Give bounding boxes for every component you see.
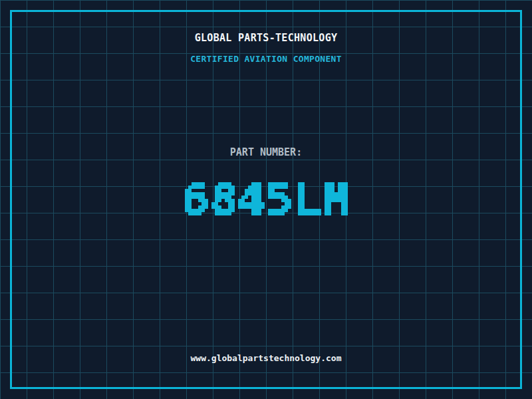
part-number-canvas — [185, 182, 348, 215]
part-number-label: PART NUMBER: — [0, 146, 532, 158]
company-name: GLOBAL PARTS-TECHNOLOGY — [0, 32, 532, 44]
certificate-page: GLOBAL PARTS-TECHNOLOGY CERTIFIED AVIATI… — [0, 0, 532, 399]
part-number-value: 6845LM — [0, 182, 532, 215]
website-url: www.globalpartstechnology.com — [0, 352, 532, 364]
certificate-subtitle: CERTIFIED AVIATION COMPONENT — [0, 53, 532, 65]
